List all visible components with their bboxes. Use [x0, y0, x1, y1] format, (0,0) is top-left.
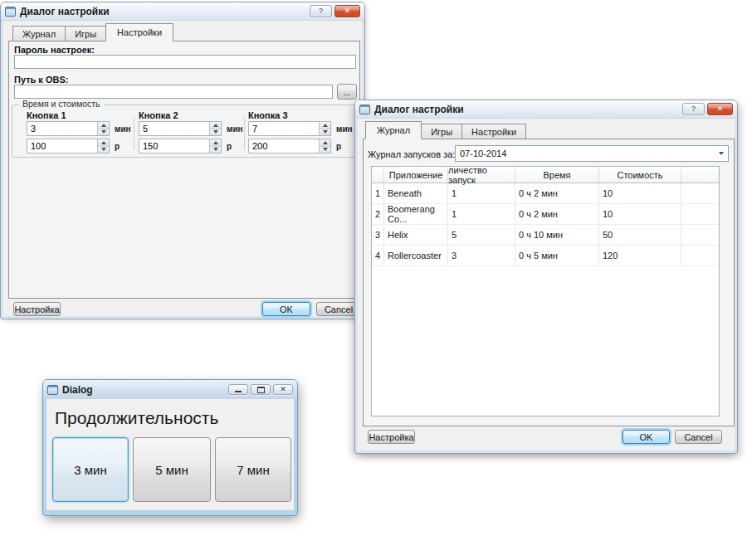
date-value: 07-10-2014 [460, 149, 506, 158]
date-combobox[interactable]: 07-10-2014 [455, 145, 729, 162]
price-unit: р [227, 142, 232, 151]
configure-button[interactable]: Настройка [13, 302, 61, 316]
spin-down-icon[interactable] [320, 129, 330, 136]
table-row[interactable]: 1 Beneath 1 0 ч 2 мин 10 [372, 183, 719, 204]
journal-table: Приложение личество запуск Время Стоимос… [371, 166, 720, 416]
tab-settings[interactable]: Настройки [105, 23, 173, 41]
table-row[interactable]: 3 Helix 5 0 ч 10 мин 50 [372, 225, 719, 246]
cancel-button[interactable]: Cancel [316, 302, 361, 316]
spin-down-icon[interactable] [210, 129, 221, 136]
duration-heading: Продолжительность [55, 408, 218, 428]
minutes-unit: мин [115, 124, 131, 134]
password-input[interactable] [14, 55, 356, 69]
time-cost-group: Время и стоимость Кнопка 1 мин р Кнопка … [12, 105, 359, 158]
duration-dialog-window: Dialog ✕ Продолжительность 3 мин 5 мин 7… [43, 380, 297, 515]
button1-label: Кнопка 1 [27, 110, 66, 120]
tab-games[interactable]: Игры [65, 26, 106, 41]
duration-titlebar[interactable]: Dialog ✕ [43, 380, 297, 399]
chevron-down-icon [719, 152, 724, 155]
password-label: Пароль настроек: [14, 45, 95, 55]
obs-path-input[interactable] [14, 85, 333, 99]
spin-down-icon[interactable] [210, 146, 221, 153]
price-spinbox-2[interactable] [139, 139, 222, 153]
help-button[interactable]: ? [310, 5, 332, 17]
spin-down-icon[interactable] [320, 146, 330, 153]
table-row[interactable]: 2 Boomerang Co... 1 0 ч 2 мин 10 [372, 204, 719, 225]
window-icon [5, 7, 16, 17]
spin-up-icon[interactable] [98, 122, 109, 129]
spin-up-icon[interactable] [98, 139, 109, 146]
tab-journal[interactable]: Журнал [365, 121, 422, 139]
journal-dialog-window: Диалог настройки ? ✕ Журнал Игры Настрой… [355, 100, 737, 453]
spin-up-icon[interactable] [210, 139, 221, 146]
window-title: Диалог настройки [20, 6, 110, 17]
price-spinbox-1[interactable] [27, 139, 110, 153]
ok-button[interactable]: OK [262, 302, 310, 316]
window-title: Диалог настройки [374, 104, 464, 115]
settings-titlebar[interactable]: Диалог настройки ? ✕ [1, 2, 364, 21]
spin-down-icon[interactable] [98, 129, 109, 136]
minutes-unit: мин [227, 124, 243, 134]
price-unit: р [115, 142, 120, 151]
journal-titlebar[interactable]: Диалог настройки ? ✕ [355, 100, 737, 119]
journal-filter-label: Журнал запусков за: [368, 149, 455, 159]
close-icon[interactable]: ✕ [707, 103, 733, 115]
duration-5min-button[interactable]: 5 мин [133, 437, 211, 502]
close-icon[interactable]: ✕ [273, 384, 293, 395]
spin-up-icon[interactable] [320, 122, 330, 129]
maximize-icon[interactable] [251, 384, 271, 395]
button3-label: Кнопка 3 [248, 110, 288, 120]
window-icon [359, 105, 370, 114]
price-unit: р [336, 142, 341, 151]
minutes-spinbox-3[interactable] [248, 121, 331, 136]
spin-down-icon[interactable] [98, 146, 109, 153]
configure-button[interactable]: Настройка [368, 430, 415, 444]
spin-up-icon[interactable] [210, 122, 221, 129]
table-row[interactable]: 4 Rollercoaster 3 0 ч 5 мин 120 [372, 246, 719, 266]
window-icon [47, 385, 58, 395]
button2-label: Кнопка 2 [139, 110, 178, 120]
minutes-unit: мин [336, 124, 353, 134]
cancel-button[interactable]: Cancel [675, 430, 722, 444]
minutes-spinbox-2[interactable] [139, 121, 222, 136]
close-icon[interactable]: ✕ [334, 5, 360, 17]
duration-3min-button[interactable]: 3 мин [52, 437, 129, 502]
duration-7min-button[interactable]: 7 мин [215, 437, 291, 502]
tab-settings[interactable]: Настройки [461, 124, 526, 139]
tab-games[interactable]: Игры [421, 124, 462, 139]
ok-button[interactable]: OK [622, 430, 670, 444]
browse-button[interactable]: ... [337, 84, 357, 100]
price-spinbox-3[interactable] [248, 139, 331, 153]
window-title: Dialog [62, 384, 93, 396]
minimize-icon[interactable] [228, 384, 248, 395]
minutes-spinbox-1[interactable] [27, 121, 110, 136]
group-title: Время и стоимость [19, 99, 104, 109]
help-button[interactable]: ? [682, 103, 705, 115]
obs-path-label: Путь к OBS: [14, 75, 68, 85]
settings-dialog-window: Диалог настройки ? ✕ Журнал Игры Настрой… [1, 2, 364, 319]
table-header: Приложение личество запуск Время Стоимос… [372, 167, 719, 183]
tab-journal[interactable]: Журнал [12, 26, 66, 41]
spin-up-icon[interactable] [320, 139, 330, 146]
